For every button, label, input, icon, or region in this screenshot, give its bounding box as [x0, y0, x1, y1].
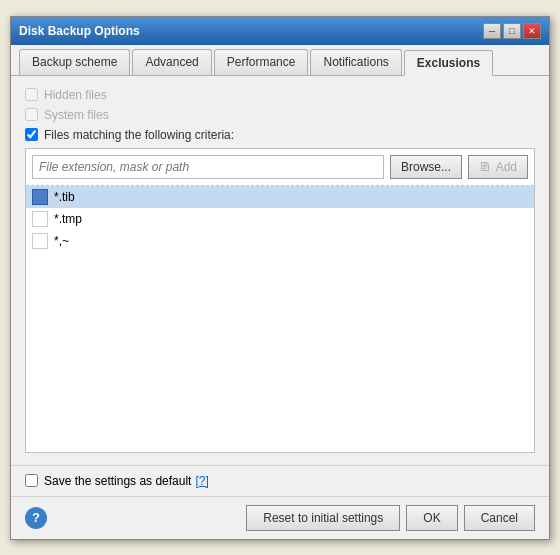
file-icon-tmp — [32, 211, 48, 227]
minimize-button[interactable]: ─ — [483, 23, 501, 39]
list-empty-space — [26, 252, 534, 452]
tab-advanced[interactable]: Advanced — [132, 49, 211, 75]
system-files-row: System files — [25, 108, 535, 122]
system-files-label: System files — [44, 108, 109, 122]
file-extension-input[interactable] — [32, 155, 384, 179]
footer: ? Reset to initial settings OK Cancel — [11, 496, 549, 539]
file-list-container: *.tib *.tmp *,~ — [26, 185, 534, 452]
tab-notifications[interactable]: Notifications — [310, 49, 401, 75]
save-default-label: Save the settings as default — [44, 474, 191, 488]
file-name-tib: *.tib — [54, 190, 75, 204]
matching-files-row: Files matching the following criteria: — [25, 128, 535, 142]
hidden-files-row: Hidden files — [25, 88, 535, 102]
hidden-files-label: Hidden files — [44, 88, 107, 102]
tabs-container: Backup scheme Advanced Performance Notif… — [11, 45, 549, 76]
matching-files-checkbox[interactable] — [25, 128, 38, 141]
hidden-files-checkbox[interactable] — [25, 88, 38, 101]
title-bar-buttons: ─ □ ✕ — [483, 23, 541, 39]
title-bar: Disk Backup Options ─ □ ✕ — [11, 17, 549, 45]
help-icon[interactable]: ? — [25, 507, 47, 529]
ok-button[interactable]: OK — [406, 505, 457, 531]
reset-button[interactable]: Reset to initial settings — [246, 505, 400, 531]
add-button[interactable]: 🖹 Add — [468, 155, 528, 179]
file-name-tmp: *.tmp — [54, 212, 82, 226]
tab-exclusions[interactable]: Exclusions — [404, 50, 493, 76]
list-item[interactable]: *,~ — [26, 230, 534, 252]
help-link[interactable]: [?] — [195, 474, 208, 488]
maximize-button[interactable]: □ — [503, 23, 521, 39]
file-name-tilde: *,~ — [54, 234, 69, 248]
tab-performance[interactable]: Performance — [214, 49, 309, 75]
system-files-checkbox[interactable] — [25, 108, 38, 121]
list-item[interactable]: *.tib — [26, 186, 534, 208]
exclusions-content: Hidden files System files Files matching… — [11, 76, 549, 465]
cancel-button[interactable]: Cancel — [464, 505, 535, 531]
tib-icon — [32, 189, 48, 205]
bottom-section: Save the settings as default [?] — [11, 465, 549, 496]
footer-left: ? — [25, 507, 47, 529]
close-button[interactable]: ✕ — [523, 23, 541, 39]
window-title: Disk Backup Options — [19, 24, 140, 38]
file-icon-tilde — [32, 233, 48, 249]
exclusions-panel: Hidden files System files Files matching… — [11, 76, 549, 465]
tab-backup-scheme[interactable]: Backup scheme — [19, 49, 130, 75]
file-criteria-box: Browse... 🖹 Add *.tib *.tmp — [25, 148, 535, 453]
browse-button[interactable]: Browse... — [390, 155, 462, 179]
list-item[interactable]: *.tmp — [26, 208, 534, 230]
file-input-row: Browse... 🖹 Add — [26, 149, 534, 185]
add-icon: 🖹 — [479, 160, 491, 174]
main-window: Disk Backup Options ─ □ ✕ Backup scheme … — [10, 16, 550, 540]
matching-files-label: Files matching the following criteria: — [44, 128, 234, 142]
save-default-checkbox[interactable] — [25, 474, 38, 487]
